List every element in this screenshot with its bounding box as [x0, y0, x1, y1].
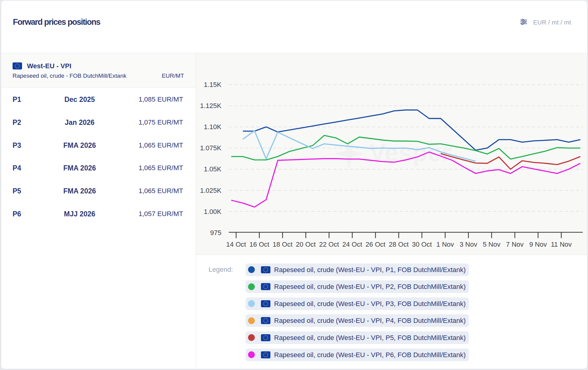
- svg-text:20 Oct: 20 Oct: [296, 241, 316, 248]
- svg-text:1.00K: 1.00K: [204, 208, 222, 215]
- svg-text:3 Nov: 3 Nov: [460, 241, 477, 248]
- svg-text:11 Nov: 11 Nov: [551, 241, 572, 248]
- svg-text:14 Oct: 14 Oct: [226, 241, 246, 248]
- svg-text:7 Nov: 7 Nov: [506, 241, 523, 248]
- svg-text:1.05K: 1.05K: [204, 165, 222, 173]
- svg-text:16 Oct: 16 Oct: [249, 241, 269, 248]
- svg-text:28 Oct: 28 Oct: [389, 241, 409, 248]
- svg-text:975: 975: [210, 229, 221, 237]
- svg-text:1.025K: 1.025K: [200, 187, 221, 194]
- svg-text:22 Oct: 22 Oct: [319, 241, 339, 248]
- svg-text:1.10K: 1.10K: [204, 123, 222, 131]
- svg-text:5 Nov: 5 Nov: [483, 241, 500, 248]
- svg-text:30 Oct: 30 Oct: [412, 241, 432, 248]
- svg-text:1.075K: 1.075K: [200, 144, 221, 152]
- svg-text:1 Nov: 1 Nov: [436, 241, 454, 248]
- svg-text:24 Oct: 24 Oct: [342, 241, 362, 248]
- svg-text:26 Oct: 26 Oct: [366, 241, 386, 248]
- svg-text:18 Oct: 18 Oct: [273, 241, 292, 248]
- svg-text:9 Nov: 9 Nov: [529, 241, 547, 248]
- svg-text:Vesper: Vesper: [369, 139, 451, 166]
- svg-text:1.125K: 1.125K: [200, 102, 221, 110]
- svg-text:1.15K: 1.15K: [204, 81, 222, 88]
